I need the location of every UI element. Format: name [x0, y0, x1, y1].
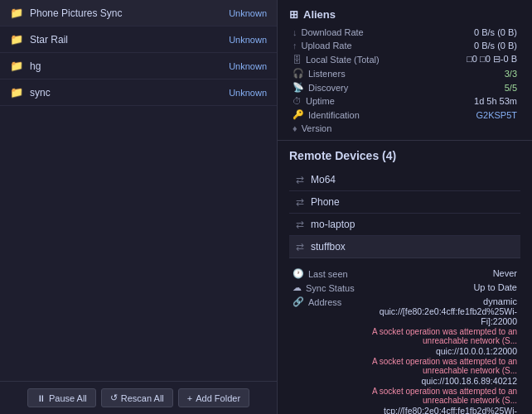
this-device-section: ⊞ Aliens ↓ Download Rate 0 B/s (0 B) ↑ U…	[278, 0, 532, 141]
info-label: ⏱ Uptime	[293, 96, 335, 106]
info-label: 🎧 Listeners	[293, 68, 346, 79]
remote-device-row[interactable]: ⇄ stuffbox	[289, 236, 520, 258]
device-icon: ⇄	[296, 241, 304, 253]
device-icon: ⇄	[296, 174, 304, 185]
row-icon: 🔑	[293, 109, 304, 120]
remote-device-row[interactable]: ⇄ Mo64	[289, 169, 520, 191]
row-icon: ↑	[293, 41, 297, 51]
this-device-title: ⊞ Aliens	[289, 8, 520, 21]
device-name: mo-laptop	[311, 219, 355, 230]
address-row: 🔗 Address dynamic quic://[fe80:2e0:4cff:…	[289, 295, 520, 414]
folder-row[interactable]: 📁 hg Unknown	[0, 53, 277, 79]
row-label: Listeners	[308, 69, 346, 79]
row-icon: 🗄	[293, 55, 302, 65]
add-folder-label: Add Folder	[196, 393, 240, 403]
row-value: 5/5	[505, 83, 517, 93]
sync-icon: ☁	[293, 282, 302, 293]
remote-device-row[interactable]: ⇄ mo-laptop	[289, 214, 520, 236]
add-icon: +	[187, 393, 192, 403]
row-value: 0 B/s (0 B)	[474, 41, 517, 51]
addr-error: A socket operation was attempted to an u…	[359, 357, 517, 375]
row-label: Uptime	[306, 96, 335, 106]
remote-section: Remote Devices (4) ⇄ Mo64 ⇄ Phone ⇄ mo-l…	[278, 141, 532, 262]
info-row: ↓ Download Rate 0 B/s (0 B)	[289, 26, 520, 39]
sync-status-value: Up to Date	[359, 282, 517, 292]
right-panel: ⊞ Aliens ↓ Download Rate 0 B/s (0 B) ↑ U…	[278, 0, 532, 414]
folder-status: Unknown	[229, 88, 267, 98]
device-name-title: Aliens	[303, 8, 336, 21]
info-label: 🗄 Local State (Total)	[293, 55, 380, 65]
row-icon: 📡	[293, 82, 304, 93]
stuffbox-details: 🕐 Last seen Never ☁ Sync Status Up to Da…	[278, 262, 532, 414]
address-block: quic://[fe80:2e0:4cff:fe1fb2d%25Wi-Fi]:2…	[359, 306, 517, 414]
device-name: stuffbox	[311, 241, 346, 253]
last-seen-label: 🕐 Last seen	[293, 268, 359, 279]
sync-status-row: ☁ Sync Status Up to Date	[289, 281, 520, 295]
addr-line: tcp://[fe80:2e0:4cff:fe1fb2d%25Wi-Fi]:22…	[359, 406, 517, 414]
folder-name: Star Rail	[30, 34, 68, 46]
folder-row[interactable]: 📁 sync Unknown	[0, 79, 277, 106]
folder-status: Unknown	[229, 61, 267, 71]
folder-list: 📁 Phone Pictures Sync Unknown 📁 Star Rai…	[0, 0, 277, 381]
addr-line: quic://[fe80:2e0:4cff:fe1fb2d%25Wi-Fi]:2…	[359, 306, 517, 326]
info-row: ↑ Upload Rate 0 B/s (0 B)	[289, 39, 520, 52]
row-value: G2KSP5T	[476, 110, 517, 120]
last-seen-value: Never	[359, 268, 517, 278]
row-value: 3/3	[505, 69, 517, 79]
add-folder-button[interactable]: + Add Folder	[178, 388, 249, 407]
remote-devices-title: Remote Devices (4)	[289, 149, 520, 162]
row-label: Identification	[308, 110, 360, 120]
clock-icon: 🕐	[293, 268, 304, 279]
address-type: dynamic quic://[fe80:2e0:4cff:fe1fb2d%25…	[359, 296, 517, 414]
row-label: Download Rate	[302, 27, 364, 37]
rescan-all-button[interactable]: ↺ Rescan All	[101, 388, 173, 407]
pause-icon: ⏸	[36, 393, 46, 403]
info-row: 🎧 Listeners 3/3	[289, 66, 520, 80]
pause-all-label: Pause All	[49, 393, 87, 403]
info-row: 📡 Discovery 5/5	[289, 80, 520, 94]
address-label: 🔗 Address	[293, 296, 359, 307]
info-label: ↑ Upload Rate	[293, 41, 352, 51]
folder-status: Unknown	[229, 8, 267, 18]
pause-all-button[interactable]: ⏸ Pause All	[27, 388, 96, 407]
device-name: Phone	[311, 196, 340, 208]
rescan-icon: ↺	[110, 392, 118, 403]
folder-icon: 📁	[10, 7, 23, 19]
info-label: ↓ Download Rate	[293, 27, 364, 37]
info-label: ♦ Version	[293, 123, 331, 133]
addr-line: quic://100.18.6.89:40212	[359, 376, 517, 386]
last-seen-row: 🕐 Last seen Never	[289, 267, 520, 281]
folder-icon: 📁	[10, 33, 23, 46]
folder-name: sync	[30, 87, 51, 99]
folder-status: Unknown	[229, 35, 267, 45]
info-label: 🔑 Identification	[293, 109, 360, 120]
toolbar: ⏸ Pause All ↺ Rescan All + Add Folder	[0, 381, 277, 414]
addr-error: A socket operation was attempted to an u…	[359, 327, 517, 345]
link-icon: 🔗	[293, 296, 304, 307]
device-icon: ⊞	[289, 8, 298, 21]
info-row: 🔑 Identification G2KSP5T	[289, 108, 520, 122]
addr-error: A socket operation was attempted to an u…	[359, 387, 517, 405]
row-label: Local State (Total)	[306, 55, 380, 65]
addr-line: quic://10.0.0.1:22000	[359, 346, 517, 356]
row-label: Discovery	[308, 83, 348, 93]
row-value: □0 □0 ⊟-0 B	[467, 54, 517, 65]
left-panel: 📁 Phone Pictures Sync Unknown 📁 Star Rai…	[0, 0, 278, 414]
folder-icon: 📁	[10, 86, 23, 99]
row-icon: ↓	[293, 27, 297, 37]
folder-icon: 📁	[10, 60, 23, 72]
rescan-all-label: Rescan All	[121, 393, 164, 403]
row-value: 0 B/s (0 B)	[474, 27, 517, 37]
row-label: Upload Rate	[302, 41, 352, 51]
row-icon: ♦	[293, 123, 297, 133]
row-icon: 🎧	[293, 68, 304, 79]
info-row: ⏱ Uptime 1d 5h 53m	[289, 94, 520, 108]
info-row: 🗄 Local State (Total) □0 □0 ⊟-0 B	[289, 52, 520, 66]
folder-name: Phone Pictures Sync	[30, 7, 122, 19]
device-icon: ⇄	[296, 196, 304, 208]
folder-row[interactable]: 📁 Phone Pictures Sync Unknown	[0, 0, 277, 26]
folder-row[interactable]: 📁 Star Rail Unknown	[0, 26, 277, 53]
remote-device-row[interactable]: ⇄ Phone	[289, 191, 520, 214]
row-label: Version	[302, 123, 332, 133]
info-label: 📡 Discovery	[293, 82, 348, 93]
